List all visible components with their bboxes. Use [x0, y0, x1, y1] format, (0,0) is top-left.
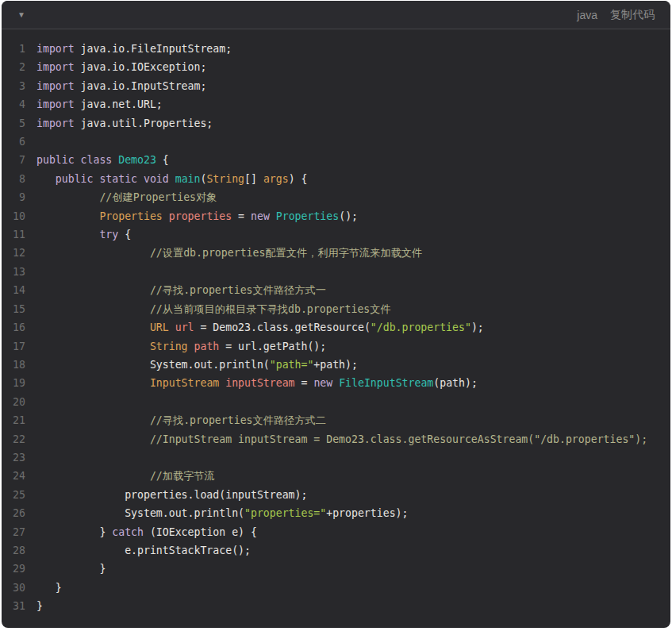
code-line-text: import java.net.URL;	[36, 95, 163, 114]
line-number: 18	[2, 356, 25, 374]
line-number: 11	[2, 225, 25, 244]
line-number: 25	[2, 486, 25, 504]
code-line: 31}	[2, 597, 670, 615]
line-number: 10	[2, 207, 25, 225]
code-line-text: import java.io.FileInputStream;	[36, 40, 232, 58]
line-number: 15	[2, 300, 25, 318]
code-line-text: import java.util.Properties;	[36, 114, 213, 133]
code-line-text: //加载字节流	[36, 467, 215, 485]
line-number: 7	[2, 151, 25, 169]
code-line-text: //设置db.properties配置文件，利用字节流来加载文件	[36, 244, 422, 262]
code-line-text: //InputStream inputStream = Demo23.class…	[36, 430, 647, 448]
code-line-text: } catch (IOException e) {	[36, 523, 257, 541]
language-label: java	[577, 9, 597, 21]
code-line: 8 public static void main(String[] args)…	[2, 170, 670, 188]
code-line: 19 InputStream inputStream = new FileInp…	[2, 374, 670, 392]
code-line-text: }	[36, 597, 43, 615]
code-line: 18 System.out.println("path="+path);	[2, 356, 670, 374]
code-line: 3import java.io.InputStream;	[2, 77, 670, 95]
line-number: 29	[2, 560, 25, 578]
code-line: 21 //寻找.properties文件路径方式二	[2, 411, 670, 429]
code-line-text: }	[36, 579, 62, 597]
code-line-text: System.out.println("path="+path);	[36, 356, 358, 374]
copy-code-button[interactable]: 复制代码	[610, 8, 655, 22]
line-number: 8	[2, 170, 25, 188]
code-line-text: InputStream inputStream = new FileInputS…	[36, 374, 478, 392]
line-number: 23	[2, 448, 25, 467]
code-line-text: public class Demo23 {	[36, 151, 169, 169]
code-line-text: properties.load(inputStream);	[36, 486, 307, 504]
code-line-text: System.out.println("properties="+propert…	[36, 504, 408, 522]
code-line-text: import java.io.IOException;	[36, 58, 206, 76]
code-line-text: import java.io.InputStream;	[36, 77, 206, 95]
code-line: 12 //设置db.properties配置文件，利用字节流来加载文件	[2, 244, 670, 262]
code-line: 11 try {	[2, 225, 670, 244]
code-line-text: //寻找.properties文件路径方式一	[36, 281, 326, 299]
code-line: 15 //从当前项目的根目录下寻找db.properties文件	[2, 300, 670, 318]
line-number: 31	[2, 597, 25, 615]
line-number: 24	[2, 467, 25, 485]
code-line: 29 }	[2, 560, 670, 578]
line-number: 27	[2, 523, 25, 541]
code-line-text: public static void main(String[] args) {	[36, 170, 307, 188]
line-number: 12	[2, 244, 25, 262]
line-number: 14	[2, 281, 25, 299]
code-line: 14 //寻找.properties文件路径方式一	[2, 281, 670, 299]
line-number: 13	[2, 263, 25, 281]
line-number: 28	[2, 541, 25, 560]
code-line: 17 String path = url.getPath();	[2, 337, 670, 356]
code-header-actions: java 复制代码	[577, 8, 655, 22]
line-number: 20	[2, 393, 25, 411]
code-line: 30 }	[2, 579, 670, 597]
code-line: 2import java.io.IOException;	[2, 58, 670, 76]
code-line-text: //寻找.properties文件路径方式二	[36, 411, 326, 429]
code-header: ▼ java 复制代码	[2, 1, 670, 29]
line-number: 4	[2, 95, 25, 114]
code-line-text: URL url = Demo23.class.getResource("/db.…	[36, 318, 484, 337]
code-line: 26 System.out.println("properties="+prop…	[2, 504, 670, 522]
code-line: 10 Properties properties = new Propertie…	[2, 207, 670, 225]
code-line: 27 } catch (IOException e) {	[2, 523, 670, 541]
line-number: 2	[2, 58, 25, 76]
line-number: 1	[2, 40, 25, 58]
line-number: 22	[2, 430, 25, 448]
line-number: 17	[2, 337, 25, 356]
line-number: 26	[2, 504, 25, 522]
collapse-toggle-icon[interactable]: ▼	[17, 11, 25, 19]
code-line-text: try {	[36, 225, 131, 244]
code-line: 1import java.io.FileInputStream;	[2, 40, 670, 58]
code-line: 5import java.util.Properties;	[2, 114, 670, 133]
code-line-text: //从当前项目的根目录下寻找db.properties文件	[36, 300, 391, 318]
code-block: ▼ java 复制代码 1import java.io.FileInputStr…	[2, 1, 670, 628]
code-line: 13	[2, 263, 670, 281]
line-number: 19	[2, 374, 25, 392]
code-line: 4import java.net.URL;	[2, 95, 670, 114]
code-line: 24 //加载字节流	[2, 467, 670, 485]
code-line-text: Properties properties = new Properties()…	[36, 207, 358, 225]
code-line: 23	[2, 448, 670, 467]
code-content: 1import java.io.FileInputStream;2import …	[2, 29, 670, 628]
line-number: 21	[2, 411, 25, 429]
code-line: 22 //InputStream inputStream = Demo23.cl…	[2, 430, 670, 448]
line-number: 5	[2, 114, 25, 133]
code-line-text: e.printStackTrace();	[36, 541, 251, 560]
line-number: 6	[2, 133, 25, 151]
code-line-text: }	[36, 560, 106, 578]
line-number: 3	[2, 77, 25, 95]
line-number: 30	[2, 579, 25, 597]
code-line: 16 URL url = Demo23.class.getResource("/…	[2, 318, 670, 337]
line-number: 16	[2, 318, 25, 337]
code-line-text: String path = url.getPath();	[36, 337, 326, 356]
code-line: 28 e.printStackTrace();	[2, 541, 670, 560]
code-line-text: //创建Properties对象	[36, 188, 217, 206]
code-line: 20	[2, 393, 670, 411]
code-line: 7public class Demo23 {	[2, 151, 670, 169]
code-line: 25 properties.load(inputStream);	[2, 486, 670, 504]
line-number: 9	[2, 188, 25, 206]
code-line: 6	[2, 133, 670, 151]
code-line: 9 //创建Properties对象	[2, 188, 670, 206]
